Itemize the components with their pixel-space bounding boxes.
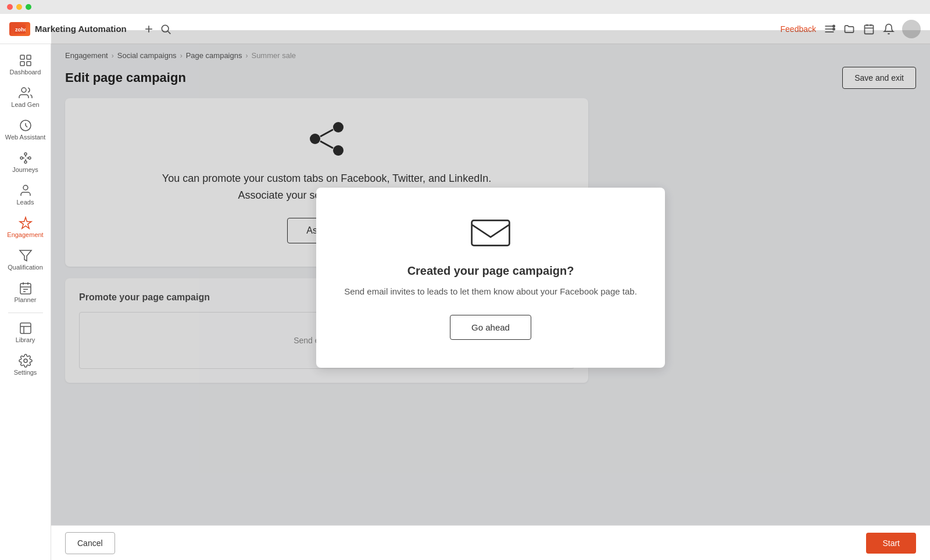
sidebar-label-dashboard: Dashboard xyxy=(10,69,41,76)
sidebar-label-leads: Leads xyxy=(17,199,34,206)
zoho-logo-icon: zoho xyxy=(9,22,30,36)
sidebar-item-engagement[interactable]: Engagement xyxy=(2,211,49,243)
svg-rect-37 xyxy=(20,323,31,333)
sidebar-item-library[interactable]: Library xyxy=(2,317,49,348)
start-button[interactable]: Start xyxy=(866,533,916,554)
close-dot[interactable] xyxy=(7,4,13,10)
svg-point-19 xyxy=(22,88,26,92)
sidebar-label-settings: Settings xyxy=(14,369,37,376)
sidebar-item-journeys[interactable]: Journeys xyxy=(2,146,49,178)
modal-title: Created your page campaign? xyxy=(339,264,642,278)
svg-point-23 xyxy=(28,157,31,159)
sidebar-label-journeys: Journeys xyxy=(12,166,38,173)
svg-text:zoho: zoho xyxy=(15,27,26,33)
minimize-dot[interactable] xyxy=(16,4,22,10)
svg-point-40 xyxy=(24,359,27,362)
sidebar-label-engagement: Engagement xyxy=(7,231,43,238)
sidebar-divider xyxy=(8,313,43,313)
sidebar-item-planner[interactable]: Planner xyxy=(2,277,49,308)
svg-rect-18 xyxy=(27,62,31,66)
sidebar-label-qualification: Qualification xyxy=(8,264,43,271)
sidebar-item-leads[interactable]: Leads xyxy=(2,179,49,210)
sidebar-item-qualification[interactable]: Qualification xyxy=(2,244,49,275)
maximize-dot[interactable] xyxy=(26,4,31,10)
go-ahead-button[interactable]: Go ahead xyxy=(450,315,531,340)
svg-rect-46 xyxy=(472,220,510,245)
svg-point-9 xyxy=(833,25,835,27)
bottom-bar: Cancel Start xyxy=(51,525,930,560)
sidebar-label-library: Library xyxy=(16,336,35,343)
svg-rect-16 xyxy=(27,55,31,59)
sidebar-item-web-assistant[interactable]: Web Assistant xyxy=(2,114,49,145)
email-icon xyxy=(339,216,642,253)
modal-description: Send email invites to leads to let them … xyxy=(339,285,642,299)
svg-rect-15 xyxy=(20,55,24,59)
svg-rect-17 xyxy=(20,62,24,66)
sidebar-label-planner: Planner xyxy=(15,296,37,303)
sidebar-label-lead-gen: Lead Gen xyxy=(11,101,39,108)
svg-rect-31 xyxy=(20,283,31,294)
cancel-button[interactable]: Cancel xyxy=(65,532,115,554)
sidebar-item-lead-gen[interactable]: Lead Gen xyxy=(2,81,49,113)
sidebar-label-web-assistant: Web Assistant xyxy=(5,134,46,141)
svg-point-29 xyxy=(23,185,28,190)
window-chrome xyxy=(0,0,930,14)
sidebar: Dashboard Lead Gen Web Assistant Journey… xyxy=(0,44,51,560)
svg-point-21 xyxy=(20,157,23,159)
svg-point-22 xyxy=(24,153,27,155)
sidebar-item-settings[interactable]: Settings xyxy=(2,349,49,380)
email-modal: Created your page campaign? Send email i… xyxy=(316,188,665,368)
overlay-backdrop: Created your page campaign? Send email i… xyxy=(51,30,930,525)
sidebar-item-dashboard[interactable]: Dashboard xyxy=(2,49,49,80)
svg-point-24 xyxy=(24,161,27,163)
svg-point-10 xyxy=(833,28,835,30)
svg-marker-30 xyxy=(20,250,31,261)
